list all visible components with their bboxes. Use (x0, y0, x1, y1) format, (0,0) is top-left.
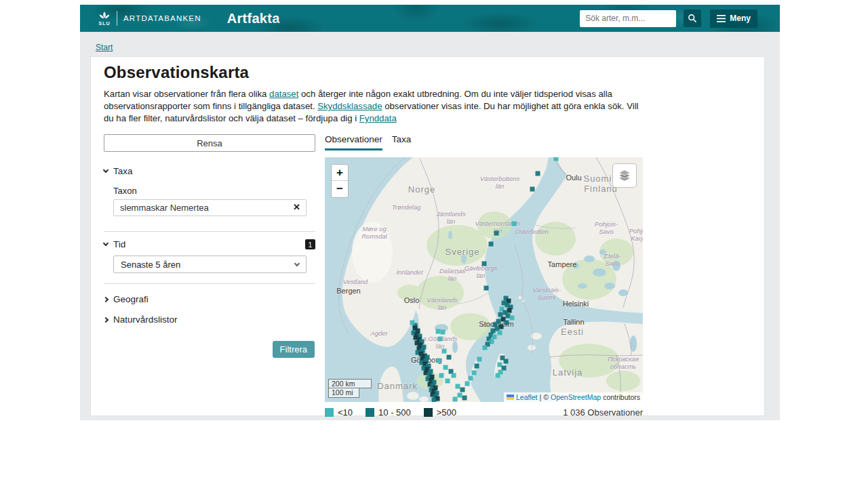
brand-divider (117, 11, 117, 26)
tab-taxa[interactable]: Taxa (392, 134, 412, 150)
dataset-link[interactable]: dataset (269, 89, 298, 99)
app-title: Artfakta (227, 11, 280, 26)
observation-marker[interactable] (410, 321, 415, 325)
taxon-input[interactable] (113, 199, 307, 216)
observation-marker[interactable] (554, 157, 559, 161)
section-tid-header[interactable]: Tid 1 (104, 239, 315, 249)
observation-marker[interactable] (496, 373, 500, 378)
observation-marker[interactable] (438, 337, 443, 342)
observation-marker[interactable] (452, 373, 456, 378)
observation-marker[interactable] (507, 308, 512, 313)
intro-text: Kartan visar observationer från flera ol… (104, 88, 641, 125)
divider (104, 283, 315, 284)
clear-taxon-icon[interactable]: ✕ (293, 202, 300, 212)
legend-item: <10 (325, 407, 353, 418)
observation-marker[interactable] (484, 286, 489, 291)
section-geografi-header[interactable]: Geografi (104, 294, 315, 304)
observation-marker[interactable] (439, 373, 444, 378)
map-attribution: Leaflet | © OpenStreetMap contributors (504, 392, 643, 402)
observation-marker[interactable] (490, 340, 494, 344)
observation-marker[interactable] (462, 396, 467, 401)
breadcrumb-start-link[interactable]: Start (96, 43, 113, 52)
map-layers-button[interactable] (612, 163, 637, 188)
map-scale-control: 200 km 100 mi (328, 379, 372, 398)
menu-label: Meny (730, 14, 751, 23)
section-taxa-label: Taxa (113, 166, 133, 176)
observation-marker[interactable] (498, 331, 502, 336)
observation-marker[interactable] (460, 388, 465, 392)
filter-submit-button[interactable]: Filtrera (273, 341, 315, 358)
search-input[interactable] (580, 10, 676, 27)
section-naturvardslistor-label: Naturvårdslistor (113, 314, 178, 325)
observation-marker[interactable] (446, 379, 450, 384)
hamburger-icon (717, 15, 726, 22)
map-panel: Observationer Taxa (325, 134, 643, 418)
breadcrumb: Start (80, 32, 780, 56)
brand[interactable]: SLU ARTDATABANKEN (98, 11, 201, 26)
observation-marker[interactable] (447, 355, 452, 360)
observation-marker[interactable] (465, 382, 470, 386)
observation-marker[interactable] (456, 384, 460, 389)
section-taxa-header[interactable]: Taxa (104, 166, 315, 176)
observation-count: 1 036 Observationer (563, 407, 643, 418)
leaflet-link[interactable]: Leaflet (516, 393, 538, 401)
artfakta-app: SLU ARTDATABANKEN Artfakta Meny (80, 5, 780, 420)
observation-marker[interactable] (458, 393, 462, 398)
observation-marker[interactable] (499, 325, 504, 329)
map-zoom-control: + − (331, 164, 349, 198)
section-tid-label: Tid (113, 239, 125, 249)
osm-link[interactable]: OpenStreetMap (551, 393, 601, 401)
search-button[interactable] (684, 9, 701, 27)
observation-marker[interactable] (505, 321, 509, 325)
observation-marker[interactable] (498, 312, 503, 317)
attribution-contributors: contributors (603, 393, 640, 401)
content-card: Observationskarta Kartan visar observati… (90, 56, 765, 416)
ukraine-flag-icon (507, 394, 514, 400)
observation-marker[interactable] (436, 329, 441, 334)
observation-marker[interactable] (432, 398, 437, 403)
top-bar: SLU ARTDATABANKEN Artfakta Meny (80, 5, 780, 32)
observation-marker[interactable] (477, 357, 482, 362)
observation-marker[interactable] (510, 316, 515, 321)
zoom-out-button[interactable]: − (332, 181, 348, 197)
map-legend: <10 10 - 500 >500 1 036 Observationer (325, 407, 643, 418)
zoom-in-button[interactable]: + (332, 165, 348, 181)
chevron-right-icon (103, 317, 108, 322)
observation-marker[interactable] (469, 376, 473, 381)
legend-item: 10 - 500 (366, 407, 411, 418)
legend-label: <10 (338, 407, 353, 418)
intro-segment: Kartan visar observationer från flera ol… (104, 89, 269, 99)
observation-marker[interactable] (489, 242, 494, 247)
copyright-symbol: © (543, 393, 549, 401)
observation-marker[interactable] (475, 364, 479, 369)
menu-button[interactable]: Meny (710, 9, 757, 28)
observation-map[interactable]: NorgeSverigeSuomi / FinlandEestiLatvijaD… (325, 157, 643, 402)
result-tabs: Observationer Taxa (325, 134, 643, 150)
org-name: ARTDATABANKEN (123, 14, 201, 22)
legend-swatch (424, 408, 433, 417)
observation-marker[interactable] (437, 359, 441, 363)
observation-marker[interactable] (530, 187, 535, 192)
skyddsklassade-link[interactable]: Skyddsklassade (317, 101, 382, 111)
observation-marker[interactable] (441, 330, 446, 335)
observation-marker[interactable] (482, 262, 487, 266)
search-icon (688, 14, 697, 23)
fynddata-link[interactable]: Fynddata (359, 113, 397, 123)
observation-marker[interactable] (483, 346, 488, 350)
observation-marker[interactable] (472, 371, 477, 375)
observation-marker[interactable] (442, 349, 447, 354)
observation-marker[interactable] (494, 231, 499, 236)
observation-marker[interactable] (492, 335, 497, 340)
clear-filters-button[interactable]: Rensa (104, 134, 315, 152)
tid-select-value: Senaste 5 åren (121, 260, 180, 270)
observation-marker[interactable] (512, 222, 517, 226)
tid-filter-badge: 1 (305, 239, 315, 249)
tid-select[interactable]: Senaste 5 åren (113, 256, 307, 273)
observation-marker[interactable] (504, 359, 509, 364)
section-naturvardslistor-header[interactable]: Naturvårdslistor (104, 314, 315, 325)
observation-marker[interactable] (536, 171, 540, 176)
observation-marker[interactable] (453, 397, 458, 402)
observation-marker[interactable] (443, 365, 448, 370)
tab-observationer[interactable]: Observationer (325, 134, 382, 150)
legend-label: >500 (437, 407, 456, 418)
